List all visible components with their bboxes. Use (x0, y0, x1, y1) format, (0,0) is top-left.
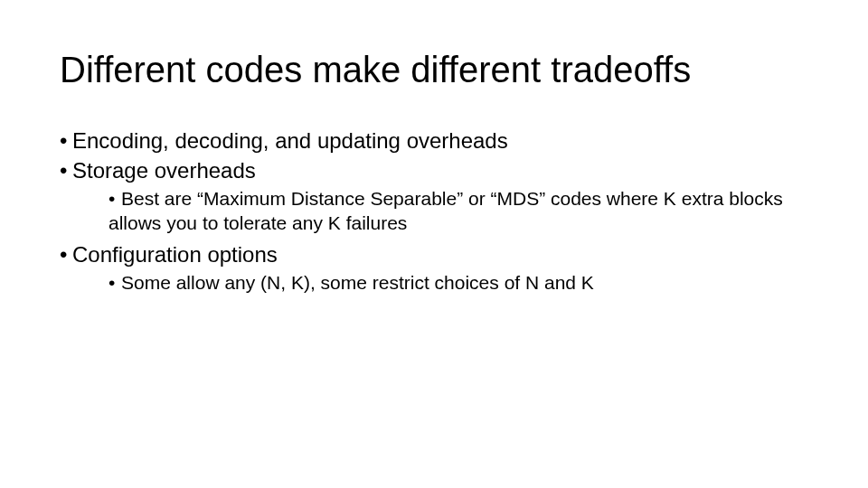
bullet-level1: •Encoding, decoding, and updating overhe… (60, 127, 814, 155)
bullet-dot-icon: • (60, 156, 72, 184)
bullet-dot-icon: • (60, 240, 72, 268)
bullet-text: Encoding, decoding, and updating overhea… (72, 128, 508, 153)
bullet-text: Storage overheads (72, 158, 256, 183)
bullet-text: Some allow any (N, K), some restrict cho… (121, 272, 594, 293)
slide-title: Different codes make different tradeoffs (60, 49, 691, 90)
bullet-level2: •Some allow any (N, K), some restrict ch… (108, 271, 814, 295)
slide-body: •Encoding, decoding, and updating overhe… (60, 127, 814, 296)
bullet-level1: •Configuration options (60, 240, 814, 268)
bullet-text: Configuration options (72, 242, 278, 267)
bullet-level1: •Storage overheads (60, 156, 814, 184)
bullet-text: Best are “Maximum Distance Separable” or… (108, 188, 783, 232)
bullet-dot-icon: • (108, 187, 121, 211)
bullet-level2: •Best are “Maximum Distance Separable” o… (108, 187, 814, 235)
bullet-dot-icon: • (108, 271, 121, 295)
bullet-dot-icon: • (60, 127, 72, 155)
slide: Different codes make different tradeoffs… (0, 0, 868, 488)
